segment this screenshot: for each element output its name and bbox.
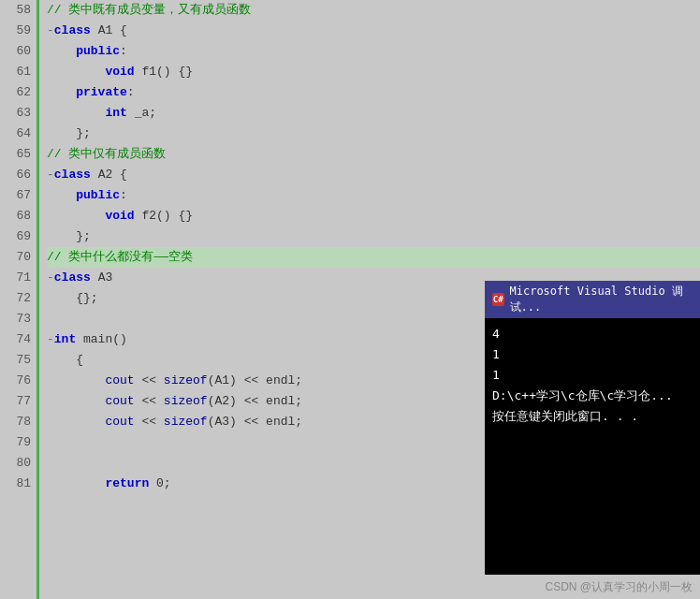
terminal-body: 411D:\c++学习\c仓库\c学习仓...按任意键关闭此窗口. . .: [485, 318, 700, 575]
terminal-output-line: D:\c++学习\c仓库\c学习仓...: [492, 386, 693, 406]
editor-container: 5859606162636465666768697071727374757677…: [0, 0, 700, 599]
code-line: // 类中仅有成员函数: [47, 144, 700, 165]
terminal-titlebar: C# Microsoft Visual Studio 调试...: [485, 281, 700, 318]
terminal-title: Microsoft Visual Studio 调试...: [510, 284, 693, 315]
terminal-output-line: 4: [492, 324, 693, 344]
code-line: };: [47, 124, 700, 144]
code-line: };: [47, 226, 700, 247]
code-line: void f2() {}: [47, 206, 700, 226]
terminal-icon: C#: [492, 293, 504, 306]
watermark: CSDN @认真学习的小周一枚: [545, 579, 693, 595]
line-numbers: 5859606162636465666768697071727374757677…: [0, 0, 39, 599]
code-line: -class A2 {: [47, 165, 700, 185]
code-line: void f1() {}: [47, 62, 700, 82]
code-line: int _a;: [47, 103, 700, 124]
terminal-overlay: C# Microsoft Visual Studio 调试... 411D:\c…: [485, 281, 700, 562]
code-line: public:: [47, 185, 700, 206]
code-line: -class A1 {: [47, 21, 700, 41]
code-line: // 类中既有成员变量，又有成员函数: [47, 0, 700, 21]
terminal-output-line: 按任意键关闭此窗口. . .: [492, 406, 693, 427]
code-line: private:: [47, 82, 700, 103]
code-line: // 类中什么都没有——空类: [47, 247, 700, 268]
code-line: public:: [47, 41, 700, 62]
terminal-output-line: 1: [492, 365, 693, 386]
terminal-output-line: 1: [492, 344, 693, 365]
